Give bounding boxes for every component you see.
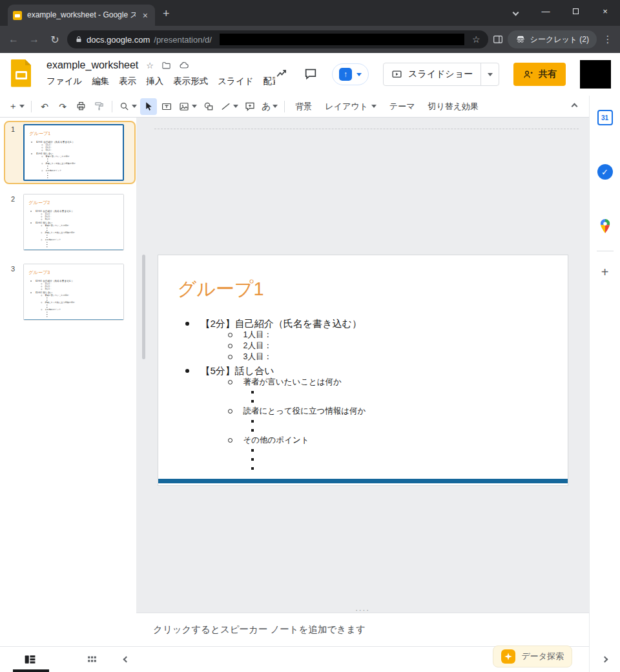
minimize-button[interactable]: — <box>531 0 561 22</box>
text-box-button[interactable] <box>158 98 175 115</box>
share-label: 共有 <box>539 68 557 80</box>
background-button[interactable]: 背景 <box>289 98 318 115</box>
maximize-button[interactable] <box>561 0 590 22</box>
zoom-button[interactable] <box>117 98 139 115</box>
menu-item[interactable]: スライド <box>218 76 253 87</box>
slide-bullets[interactable]: 【2分】自己紹介（氏名を書き込む）1人目：2人目：3人目：【5分】話し合い著者が… <box>30 280 124 318</box>
notes-resize-handle[interactable]: ···· <box>355 606 370 614</box>
chevron-up-icon <box>571 103 577 110</box>
account-avatar[interactable] <box>580 60 611 89</box>
insert-comment-button[interactable] <box>242 98 258 115</box>
slide-title[interactable]: グループ1 <box>25 125 124 136</box>
slide-title[interactable]: グループ1 <box>158 255 568 300</box>
menu-item[interactable]: ファイル <box>46 76 82 87</box>
slide-thumbnail-row[interactable]: 1 グループ1 【2分】自己紹介（氏名を書き込む）1人目：2人目：3人目：【5分… <box>4 121 136 184</box>
back-icon[interactable]: ← <box>5 34 22 45</box>
side-panel-icon[interactable] <box>492 34 504 45</box>
slide-bullets[interactable]: 【2分】自己紹介（氏名を書き込む）1人目：2人目：3人目：【5分】話し合い著者が… <box>184 317 568 473</box>
calendar-icon[interactable]: 31 <box>597 110 613 125</box>
incognito-badge[interactable]: シークレット (2) <box>508 30 597 48</box>
speaker-notes[interactable]: ···· クリックするとスピーカー ノートを追加できます <box>136 613 589 646</box>
new-tab-button[interactable]: + <box>163 7 170 21</box>
transition-button[interactable]: 切り替え効果 <box>422 98 484 115</box>
maps-icon[interactable] <box>598 218 612 236</box>
insert-line-button[interactable] <box>218 98 240 115</box>
slide-editing-surface[interactable]: グループ1 【2分】自己紹介（氏名を書き込む）1人目：2人目：3人目：【5分】話… <box>158 255 568 486</box>
input-tools-button[interactable]: あ <box>260 98 280 115</box>
lock-icon <box>75 36 83 43</box>
filmstrip-view-button[interactable] <box>23 653 37 666</box>
get-addons-button[interactable]: + <box>601 266 609 279</box>
slides-logo-icon[interactable] <box>10 59 32 90</box>
vertical-scrollbar[interactable] <box>142 255 145 359</box>
divider <box>284 101 285 112</box>
slide-thumbnail-row[interactable]: 3 グループ3 【2分】自己紹介（氏名を書き込む）1人目：2人目：3人目：【5分… <box>4 260 136 324</box>
slide-thumbnail-row[interactable]: 2 グループ2 【2分】自己紹介（氏名を書き込む）1人目：2人目：3人目：【5分… <box>4 191 136 254</box>
slideshow-icon <box>391 69 402 80</box>
url-path: /presentation/d/ <box>154 35 212 45</box>
address-bar[interactable]: docs.google.com/presentation/d/ ☆ <box>67 30 488 48</box>
comment-icon[interactable] <box>304 67 318 81</box>
document-title[interactable]: example_worksheet <box>46 59 138 71</box>
slides-app: example_worksheet ☆ ファイル編集表示挿入表示形式スライド配置… <box>0 53 620 672</box>
slides-favicon-icon <box>13 11 22 20</box>
chevron-left-icon <box>123 656 130 663</box>
menu-item[interactable]: 編集 <box>92 76 109 87</box>
tab-title: example_worksheet - Google スラ <box>27 10 136 21</box>
chevron-down-icon <box>488 73 493 76</box>
close-window-button[interactable]: × <box>590 0 620 22</box>
slideshow-button[interactable]: スライドショー <box>383 63 499 86</box>
slide-thumbnail[interactable]: グループ3 【2分】自己紹介（氏名を書き込む）1人目：2人目：3人目：【5分】話… <box>23 264 124 320</box>
explore-label: データ探索 <box>521 651 564 662</box>
chevron-down-icon <box>371 105 377 108</box>
slide-thumbnail[interactable]: グループ2 【2分】自己紹介（氏名を書き込む）1人目：2人目：3人目：【5分】話… <box>23 194 124 251</box>
move-to-folder-icon[interactable] <box>161 61 171 70</box>
slide-bullets[interactable]: 【2分】自己紹介（氏名を書き込む）1人目：2人目：3人目：【5分】話し合い著者が… <box>31 141 124 179</box>
tasks-icon[interactable]: ✓ <box>597 164 613 180</box>
slide-thumbnail[interactable]: グループ1 【2分】自己紹介（氏名を書き込む）1人目：2人目：3人目：【5分】話… <box>23 124 124 181</box>
star-document-icon[interactable]: ☆ <box>146 61 154 70</box>
plus-icon: ＋ <box>8 101 17 112</box>
slide-bullets[interactable]: 【2分】自己紹介（氏名を書き込む）1人目：2人目：3人目：【5分】話し合い著者が… <box>30 210 124 248</box>
insert-shape-button[interactable] <box>200 98 217 115</box>
slide-bullet-level-2: 3人目： <box>31 149 124 152</box>
layout-button[interactable]: レイアウト <box>319 98 382 115</box>
menu-item[interactable]: 挿入 <box>146 76 163 87</box>
slide-bullet-level-2: その他のポイント <box>184 435 568 446</box>
cloud-status-icon[interactable] <box>179 60 189 70</box>
activity-trend-icon[interactable] <box>275 67 289 81</box>
slideshow-options-button[interactable] <box>480 63 499 85</box>
share-button[interactable]: 共有 <box>513 63 566 86</box>
menu-item[interactable]: 表示 <box>119 76 136 87</box>
collapse-filmstrip-button[interactable] <box>124 657 129 662</box>
select-tool-button[interactable] <box>140 98 157 115</box>
header-actions: ↑ スライドショー 共有 <box>275 53 620 96</box>
explore-button[interactable]: データ探索 <box>493 646 572 667</box>
redo-button[interactable]: ↷ <box>54 98 71 115</box>
slide-title[interactable]: グループ3 <box>24 264 124 275</box>
slide-title[interactable]: グループ2 <box>24 194 124 205</box>
chevron-right-icon <box>602 656 608 663</box>
slide-bullet-level-3 <box>31 176 124 178</box>
tab-search-icon[interactable] <box>513 10 519 16</box>
hide-side-panel-button[interactable] <box>603 653 607 664</box>
menu-item[interactable]: 表示形式 <box>173 76 208 87</box>
browser-tab[interactable]: example_worksheet - Google スラ × <box>8 5 155 26</box>
new-slide-button[interactable]: ＋ <box>6 98 26 115</box>
insert-image-button[interactable] <box>176 98 199 115</box>
reload-icon[interactable]: ↻ <box>46 34 63 46</box>
paint-format-button[interactable] <box>90 98 107 115</box>
tab-close-icon[interactable]: × <box>141 10 150 21</box>
undo-button[interactable]: ↶ <box>36 98 53 115</box>
collapse-toolbar-button[interactable] <box>566 98 583 115</box>
browser-menu-icon[interactable]: ⋮ <box>601 34 615 45</box>
url-host: docs.google.com <box>87 35 150 45</box>
present-to-meeting-button[interactable]: ↑ <box>332 63 369 85</box>
bookmark-star-icon[interactable]: ☆ <box>472 34 480 45</box>
divider <box>31 101 32 112</box>
forward-icon[interactable]: → <box>26 34 43 45</box>
share-person-icon <box>522 69 533 80</box>
print-button[interactable] <box>72 98 89 115</box>
grid-view-button[interactable] <box>86 653 98 666</box>
theme-button[interactable]: テーマ <box>384 98 421 115</box>
